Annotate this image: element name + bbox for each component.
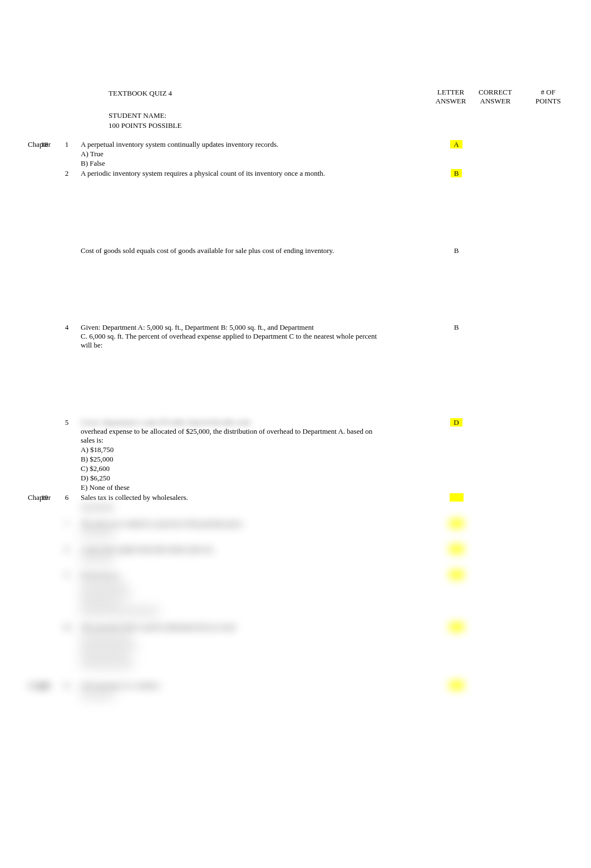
question-row-blurred: 8 Actual sales equals total sales minus … <box>0 545 591 564</box>
question-text-blurred: Life insurance is a contract. <box>81 681 384 690</box>
question-option: C) $2,600 <box>81 464 384 473</box>
question-text-cont: C. 6,000 sq. ft. The percent of overhead… <box>81 332 384 350</box>
question-number: 11 <box>58 681 75 690</box>
question-option: B) False <box>81 159 384 168</box>
header-letter-2: ANSWER <box>429 97 473 106</box>
question-row: Cost of goods sold equals cost of goods … <box>0 246 591 255</box>
column-headers: LETTER ANSWER CORRECT ANSWER # OF POINTS <box>429 88 568 105</box>
question-row-blurred: 9 Excise tax is: <box>0 571 591 616</box>
question-text: Given: Department A: 5,000 sq. ft., Depa… <box>81 323 384 332</box>
correct-answer-blurred <box>450 493 464 502</box>
question-number: 5 <box>58 418 75 427</box>
student-name-label: STUDENT NAME: <box>109 111 591 120</box>
header-points-1: # OF <box>529 88 568 97</box>
question-number: 6 <box>58 493 75 502</box>
question-option: D) $6,250 <box>81 474 384 483</box>
question-number: 9 <box>58 571 75 579</box>
correct-answer-blurred <box>450 545 464 553</box>
question-number: 4 <box>58 323 75 332</box>
correct-answer: B <box>451 169 462 177</box>
correct-answer-blurred <box>450 571 464 579</box>
correct-answer-blurred <box>450 519 464 528</box>
correct-answer: D <box>450 418 462 426</box>
question-text: Sales tax is collected by wholesalers. <box>81 493 384 502</box>
question-text-blurred: The sales tax is stated as a percent of … <box>81 519 384 528</box>
question-option: A) $18,750 <box>81 445 384 454</box>
question-row-blurred: 7 The sales tax is stated as a percent o… <box>0 519 591 538</box>
question-option: A) True <box>81 150 384 158</box>
question-row: Chapter 18 1 A perpetual inventory syste… <box>0 140 591 168</box>
question-text-blurred: The assessed value is used to determine … <box>81 623 384 632</box>
correct-answer: B <box>454 246 459 255</box>
header-letter-1: LETTER <box>429 88 473 97</box>
question-number: 10 <box>58 623 75 632</box>
question-row-blurred: Chapter 20 11 Life insurance is a contra… <box>0 681 591 700</box>
question-text: A periodic inventory system requires a p… <box>81 169 384 178</box>
correct-answer: A <box>450 140 462 148</box>
header-correct-2: ANSWER <box>473 97 518 106</box>
correct-answer-blurred <box>450 681 464 690</box>
chapter-label: Chapter <box>0 140 31 149</box>
chapter-label: Chapter <box>0 493 31 502</box>
question-text: A perpetual inventory system continually… <box>81 140 384 149</box>
question-number: 7 <box>58 519 75 528</box>
question-row-blurred: 10 The assessed value is used to determi… <box>0 623 591 668</box>
question-number: 2 <box>58 169 75 178</box>
question-text-blurred: Actual sales equals total sales minus sa… <box>81 545 384 554</box>
chapter-number: 20 <box>31 681 58 690</box>
question-number: 1 <box>58 140 75 149</box>
header-correct-1: CORRECT <box>473 88 518 97</box>
question-text: Cost of goods sold equals cost of goods … <box>81 246 384 255</box>
question-number: 8 <box>58 545 75 554</box>
question-row: Chapter 19 6 Sales tax is collected by w… <box>0 493 591 512</box>
question-option: E) None of these <box>81 483 384 492</box>
points-possible: 100 POINTS POSSIBLE <box>109 121 591 130</box>
question-row: 2 A periodic inventory system requires a… <box>0 169 591 178</box>
question-option: B) $25,000 <box>81 455 384 464</box>
question-row: 5 Given: Department A sales $75,000; Dep… <box>0 418 591 493</box>
header-points-2: POINTS <box>529 97 568 106</box>
correct-answer-blurred <box>450 623 464 631</box>
question-text: overhead expense to be allocated of $25,… <box>81 427 384 445</box>
chapter-number: 19 <box>31 493 58 502</box>
question-row: 4 Given: Department A: 5,000 sq. ft., De… <box>0 323 591 350</box>
chapter-number: 18 <box>31 140 58 149</box>
chapter-label: Chapter <box>0 681 31 690</box>
correct-answer: B <box>454 323 459 331</box>
question-text-blurred: Given: Department A sales $75,000; Dept … <box>81 418 384 427</box>
question-text-blurred: Excise tax is: <box>81 571 384 579</box>
